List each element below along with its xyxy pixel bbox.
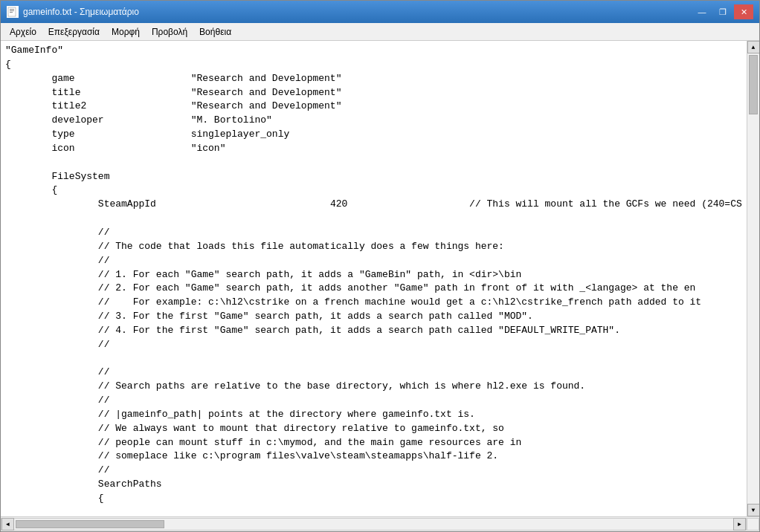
menu-edit[interactable]: Επεξεργασία [42,25,106,39]
scroll-thumb-v[interactable] [749,55,758,114]
menu-help[interactable]: Βοήθεια [193,25,237,39]
close-button[interactable]: ✕ [734,4,753,19]
title-bar: gameinfo.txt - Σημειωματάριο — ❐ ✕ [1,1,759,23]
scroll-right-button[interactable]: ► [733,518,746,531]
svg-rect-2 [10,10,14,11]
scroll-up-button[interactable]: ▲ [747,41,760,53]
scroll-track-h[interactable] [14,519,733,530]
scroll-down-button[interactable]: ▼ [747,504,760,516]
svg-rect-1 [10,9,14,10]
app-icon [7,6,19,18]
scroll-track-v[interactable] [747,53,759,504]
svg-rect-3 [10,12,13,13]
bottom-bar: ◄ ► [1,516,759,531]
content-area: ▲ ▼ [1,41,759,516]
editor-textarea[interactable] [1,41,747,516]
window-title: gameinfo.txt - Σημειωματάριο [23,7,139,17]
menu-format[interactable]: Μορφή [106,25,146,39]
vertical-scrollbar: ▲ ▼ [747,41,759,516]
title-bar-left: gameinfo.txt - Σημειωματάριο [7,6,139,18]
minimize-button[interactable]: — [692,4,712,19]
main-window: gameinfo.txt - Σημειωματάριο — ❐ ✕ Αρχεί… [0,0,760,532]
restore-button[interactable]: ❐ [713,4,732,19]
horizontal-scrollbar: ◄ ► [1,518,747,531]
menu-bar: Αρχείο Επεξεργασία Μορφή Προβολή Βοήθεια [1,23,759,41]
menu-view[interactable]: Προβολή [146,25,193,39]
menu-file[interactable]: Αρχείο [4,25,42,39]
editor-wrapper [1,41,747,516]
scroll-thumb-h[interactable] [16,520,164,528]
scroll-left-button[interactable]: ◄ [1,518,14,531]
window-controls: — ❐ ✕ [692,4,753,19]
scrollbar-corner [747,518,759,531]
